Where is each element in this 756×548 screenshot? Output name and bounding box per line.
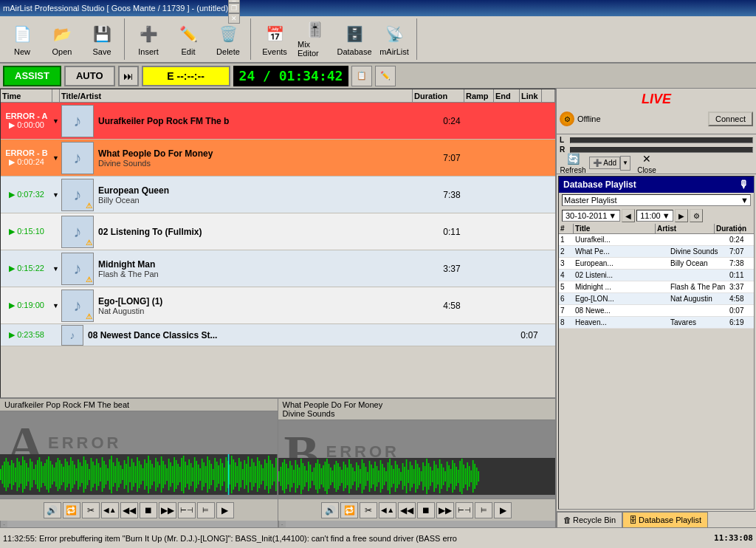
save-button[interactable]: 💾 Save: [83, 20, 121, 58]
wf-a-split[interactable]: ⊢⊣: [178, 502, 196, 518]
add-arrow[interactable]: ▼: [620, 156, 630, 171]
wf-b-speaker[interactable]: 🔊: [321, 502, 339, 518]
wf-b-scroll: -: [278, 521, 286, 527]
pencil-button[interactable]: ✏️: [375, 66, 396, 86]
db-table-row[interactable]: 8 Heaven... Tavares 6:19: [559, 317, 754, 329]
wf-a-rewind[interactable]: ◀◀: [120, 502, 138, 518]
db-panel: Database Playlist 🎙 Master Playlist ▼ 30…: [558, 176, 755, 510]
titlebar-title: mAirList Professional Studio [ Goos Mant…: [3, 4, 228, 13]
offline-label: Offline: [577, 114, 705, 123]
waveform-b-controls: 🔊 🔁 ✂ ◀▲ ◀◀ ⏹ ▶▶ ⊢⊣ ⊨ ▶: [278, 499, 556, 521]
db-next-btn[interactable]: ▶: [675, 209, 688, 222]
insert-button[interactable]: ➕ Insert: [129, 20, 168, 58]
table-row[interactable]: ERROR - A ▶ 0:00:00 ▼ ♪ Uurafkeiler Pop …: [1, 103, 555, 140]
table-row[interactable]: ▶ 0:19:00 ▼ ♪ ⚠ Ego-[LONG] (1) Nat Augus…: [1, 287, 555, 324]
svg-rect-177: [323, 465, 324, 487]
svg-rect-101: [185, 462, 186, 487]
svg-rect-165: [300, 459, 302, 494]
db-table-row[interactable]: 5 Midnight ... Flash & The Pan 3:37: [559, 281, 754, 293]
new-button[interactable]: 📄 New: [3, 20, 41, 58]
auto-button[interactable]: AUTO: [64, 66, 115, 86]
wf-b-rewind[interactable]: ◀◀: [398, 502, 416, 518]
database-button[interactable]: 🗄️ Database: [335, 20, 374, 58]
row-title-cell: European Queen Billy Ocean: [95, 184, 426, 206]
svg-rect-173: [315, 463, 317, 490]
add-button[interactable]: ➕ Add: [589, 157, 620, 169]
wf-a-play[interactable]: ▶: [216, 502, 234, 518]
db-config-btn[interactable]: ⚙: [690, 209, 703, 222]
mix-editor-button[interactable]: 🎚️ Mix Editor: [295, 20, 334, 58]
assist-button[interactable]: ASSIST: [3, 66, 61, 86]
svg-rect-127: [233, 459, 234, 490]
svg-rect-33: [59, 460, 61, 489]
wf-b-scissors[interactable]: ✂: [360, 502, 377, 518]
col-title: Title/Artist: [60, 89, 413, 102]
row-time: ▶ 0:15:10: [1, 225, 52, 238]
table-row[interactable]: ERROR - B ▶ 0:00:24 ▼ ♪ What People Do F…: [1, 140, 555, 177]
db-table-row[interactable]: 3 European... Billy Ocean 7:38: [559, 258, 754, 270]
wf-a-loop[interactable]: 🔁: [63, 502, 80, 518]
svg-rect-202: [368, 461, 370, 492]
svg-rect-130: [238, 458, 240, 491]
maximize-button[interactable]: ❐: [228, 3, 240, 13]
edit-button[interactable]: ✏️ Edit: [169, 20, 207, 58]
wf-b-prev[interactable]: ◀▲: [379, 502, 396, 518]
svg-rect-44: [80, 462, 81, 487]
table-row[interactable]: ▶ 0:15:10 ♪ ⚠ 02 Listening To (Fullmix) …: [1, 213, 555, 250]
tab-recycle-bin[interactable]: 🗑 Recycle Bin: [557, 512, 622, 527]
mairlist-button[interactable]: 📡 mAirList: [375, 20, 413, 58]
db-table-row[interactable]: 6 Ego-[LON... Nat Augustin 4:58: [559, 293, 754, 305]
svg-rect-251: [459, 461, 461, 492]
refresh-button[interactable]: 🔄 Refresh: [560, 151, 586, 174]
svg-rect-182: [331, 470, 333, 482]
svg-rect-13: [22, 456, 24, 493]
delete-button[interactable]: 🗑️ Delete: [209, 20, 247, 58]
wf-b-loop[interactable]: 🔁: [340, 502, 358, 518]
db-table-row[interactable]: 2 What Pe... Divine Sounds 7:07: [559, 246, 754, 258]
svg-rect-148: [272, 464, 273, 485]
svg-rect-232: [424, 466, 425, 487]
wf-b-play[interactable]: ▶: [494, 502, 512, 518]
db-prev-btn[interactable]: ◀: [622, 209, 635, 222]
tab-database-playlist[interactable]: 🗄 Database Playlist: [622, 512, 708, 527]
svg-rect-235: [430, 467, 431, 486]
svg-rect-176: [320, 468, 322, 484]
svg-rect-34: [61, 464, 63, 485]
wf-b-split[interactable]: ⊢⊣: [456, 502, 473, 518]
db-time-arrow: ▼: [662, 211, 670, 220]
wf-b-ffwd[interactable]: ▶▶: [436, 502, 454, 518]
wf-a-stop[interactable]: ⏹: [140, 502, 157, 518]
svg-rect-71: [129, 467, 131, 482]
table-row[interactable]: ▶ 0:15:22 ▼ ♪ ⚠ Midnight Man Flash & The…: [1, 250, 555, 287]
time-display: 24 / 01:34:42: [233, 66, 349, 86]
svg-rect-218: [398, 468, 399, 484]
wf-a-prev[interactable]: ◀▲: [101, 502, 119, 518]
svg-rect-60: [109, 459, 111, 490]
open-button[interactable]: 📂 Open: [43, 20, 81, 58]
svg-rect-20: [35, 465, 37, 484]
copy-button[interactable]: 📋: [351, 66, 372, 86]
table-row[interactable]: ▶ 0:23:58 ♪ 08 Newest Dance Classics St.…: [1, 324, 555, 346]
svg-rect-214: [391, 465, 392, 487]
wf-a-scissors[interactable]: ✂: [82, 502, 100, 518]
connect-button[interactable]: Connect: [708, 112, 753, 126]
skip-button[interactable]: ⏭: [118, 66, 139, 86]
wf-b-stop[interactable]: ⏹: [417, 502, 435, 518]
toolbar: 📄 New 📂 Open 💾 Save ➕ Insert ✏️ Edit 🗑️ …: [0, 16, 756, 64]
db-table-row[interactable]: 7 08 Newe... 0:07: [559, 305, 754, 317]
events-button[interactable]: 📅 Events: [255, 20, 294, 58]
db-table-row[interactable]: 1 Uurafkeil... 0:24: [559, 234, 754, 246]
row-duration: 4:58: [426, 301, 478, 311]
song-title: European Queen: [98, 185, 423, 196]
wf-a-marker[interactable]: ⊨: [197, 502, 215, 518]
wf-a-speaker[interactable]: 🔊: [44, 502, 61, 518]
table-row[interactable]: ▶ 0:07:32 ▼ ♪ ⚠ European Queen Billy Oce…: [1, 177, 555, 213]
db-date-box[interactable]: 30-10-2011 ▼: [562, 210, 620, 222]
db-table-row[interactable]: 4 02 Listeni... 0:11: [559, 270, 754, 281]
wf-b-marker[interactable]: ⊨: [475, 502, 492, 518]
db-time-box[interactable]: 11:00 ▼: [636, 210, 673, 222]
wf-a-end[interactable]: ▶▶: [159, 502, 176, 518]
master-playlist-dropdown[interactable]: Master Playlist ▼: [562, 194, 751, 206]
svg-rect-83: [151, 464, 153, 485]
close-button[interactable]: ✕ Close: [633, 151, 660, 174]
